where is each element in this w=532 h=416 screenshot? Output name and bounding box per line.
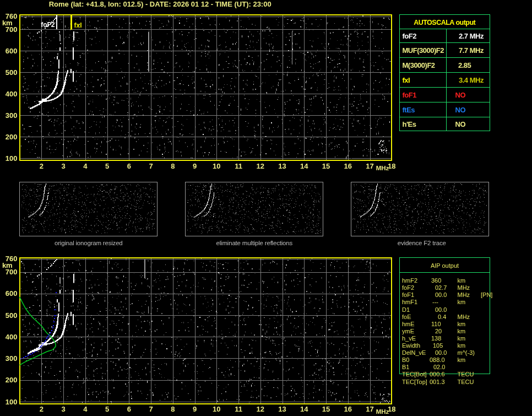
svg-text:2.85: 2.85 bbox=[458, 61, 471, 69]
svg-text:evidence F2 trace: evidence F2 trace bbox=[398, 240, 446, 246]
svg-text:original ionogram resized: original ionogram resized bbox=[55, 240, 122, 246]
svg-text:16: 16 bbox=[344, 405, 352, 413]
svg-text:10: 10 bbox=[213, 162, 220, 170]
svg-text:9: 9 bbox=[193, 405, 197, 413]
svg-text:600: 600 bbox=[6, 289, 18, 298]
svg-text:B1: B1 bbox=[402, 364, 409, 370]
svg-text:MHz: MHz bbox=[458, 314, 470, 320]
svg-text:TEC[Top]: TEC[Top] bbox=[402, 379, 427, 385]
svg-text:km: km bbox=[458, 342, 466, 349]
svg-text:13: 13 bbox=[278, 405, 286, 413]
svg-text:8: 8 bbox=[171, 405, 175, 413]
svg-text:300: 300 bbox=[6, 111, 18, 120]
svg-text:17: 17 bbox=[366, 405, 373, 413]
svg-text:AIP output: AIP output bbox=[431, 262, 459, 269]
svg-text:foE: foE bbox=[402, 314, 411, 320]
svg-text:9: 9 bbox=[193, 162, 197, 170]
svg-text:8: 8 bbox=[171, 162, 175, 170]
svg-text:2.7 MHz: 2.7 MHz bbox=[459, 32, 484, 40]
svg-text:02.0: 02.0 bbox=[433, 364, 445, 370]
svg-text:MHz: MHz bbox=[376, 165, 389, 171]
svg-text:---: --- bbox=[432, 299, 438, 305]
svg-text:MHz: MHz bbox=[458, 284, 470, 291]
svg-text:km: km bbox=[458, 321, 466, 327]
svg-text:11: 11 bbox=[235, 405, 242, 413]
svg-text:7: 7 bbox=[149, 405, 153, 413]
svg-text:h'Es: h'Es bbox=[403, 120, 416, 128]
svg-text:12: 12 bbox=[257, 162, 264, 170]
svg-text:13: 13 bbox=[278, 162, 286, 170]
svg-text:MHz: MHz bbox=[376, 408, 389, 415]
svg-text:00.0: 00.0 bbox=[435, 291, 447, 298]
svg-text:7.7 MHz: 7.7 MHz bbox=[459, 46, 484, 55]
svg-text:M(3000)F2: M(3000)F2 bbox=[403, 61, 435, 69]
svg-text:3: 3 bbox=[61, 405, 65, 413]
svg-text:100: 100 bbox=[6, 398, 18, 406]
svg-text:ftEs: ftEs bbox=[403, 106, 415, 114]
svg-text:[PN]: [PN] bbox=[481, 291, 492, 298]
svg-text:15: 15 bbox=[322, 162, 330, 170]
svg-text:02.7: 02.7 bbox=[435, 284, 447, 291]
svg-text:300: 300 bbox=[6, 354, 18, 363]
svg-text:foF2: foF2 bbox=[402, 284, 414, 291]
svg-text:km: km bbox=[458, 277, 466, 284]
svg-text:TEC[Bot]: TEC[Bot] bbox=[402, 371, 427, 377]
svg-text:500: 500 bbox=[6, 311, 18, 320]
svg-text:km: km bbox=[458, 335, 466, 342]
svg-text:ymE: ymE bbox=[402, 328, 414, 334]
svg-text:100: 100 bbox=[6, 154, 18, 163]
svg-text:5: 5 bbox=[105, 162, 109, 170]
svg-text:4: 4 bbox=[83, 405, 88, 413]
svg-text:hmE: hmE bbox=[402, 321, 415, 327]
svg-text:10: 10 bbox=[213, 405, 220, 413]
svg-text:km: km bbox=[2, 261, 13, 269]
svg-text:NO: NO bbox=[455, 120, 466, 128]
svg-text:200: 200 bbox=[6, 376, 18, 384]
svg-text:001.3: 001.3 bbox=[430, 379, 445, 385]
svg-text:fxI: fxI bbox=[403, 76, 410, 84]
svg-text:20: 20 bbox=[435, 328, 442, 334]
svg-text:km: km bbox=[458, 328, 466, 334]
svg-text:500: 500 bbox=[6, 68, 18, 77]
svg-text:km: km bbox=[458, 356, 466, 363]
svg-text:00.0: 00.0 bbox=[435, 349, 447, 356]
svg-text:B0: B0 bbox=[402, 356, 409, 363]
svg-text:TECU: TECU bbox=[458, 371, 474, 377]
svg-text:Ewidth: Ewidth bbox=[402, 342, 420, 349]
svg-text:2: 2 bbox=[40, 162, 44, 170]
svg-text:fxI: fxI bbox=[74, 21, 82, 29]
svg-text:m^(-3): m^(-3) bbox=[458, 349, 475, 356]
svg-text:7: 7 bbox=[149, 162, 153, 170]
svg-text:15: 15 bbox=[322, 405, 330, 413]
svg-text:110: 110 bbox=[431, 321, 441, 327]
svg-text:360: 360 bbox=[431, 277, 441, 284]
svg-text:400: 400 bbox=[6, 333, 18, 341]
svg-text:600: 600 bbox=[6, 47, 18, 55]
svg-text:000.6: 000.6 bbox=[430, 371, 445, 377]
svg-text:MHz: MHz bbox=[458, 291, 470, 298]
svg-text:foF1: foF1 bbox=[403, 91, 417, 99]
svg-text:hmF1: hmF1 bbox=[402, 299, 417, 305]
svg-text:AUTOSCALA output: AUTOSCALA output bbox=[414, 19, 476, 26]
svg-text:16: 16 bbox=[344, 162, 352, 170]
svg-text:6: 6 bbox=[127, 405, 131, 413]
svg-text:14: 14 bbox=[300, 162, 308, 170]
svg-text:400: 400 bbox=[6, 90, 18, 98]
svg-text:6: 6 bbox=[127, 162, 131, 170]
svg-text:138: 138 bbox=[431, 335, 441, 342]
svg-text:088.0: 088.0 bbox=[430, 356, 445, 363]
svg-text:4: 4 bbox=[83, 162, 88, 170]
svg-text:DelN_vE: DelN_vE bbox=[402, 349, 426, 356]
svg-text:MUF(3000)F2: MUF(3000)F2 bbox=[403, 46, 444, 55]
svg-text:3.4 MHz: 3.4 MHz bbox=[459, 76, 484, 84]
svg-text:km: km bbox=[2, 19, 13, 27]
svg-text:00.0: 00.0 bbox=[435, 306, 447, 313]
svg-text:2: 2 bbox=[40, 405, 44, 413]
svg-text:h_vE: h_vE bbox=[402, 335, 416, 342]
svg-text:17: 17 bbox=[366, 162, 373, 170]
svg-text:5: 5 bbox=[105, 405, 109, 413]
svg-text:200: 200 bbox=[6, 133, 18, 141]
svg-text:D1: D1 bbox=[402, 306, 410, 313]
svg-text:foF2: foF2 bbox=[403, 32, 417, 40]
svg-text:3: 3 bbox=[61, 162, 65, 170]
